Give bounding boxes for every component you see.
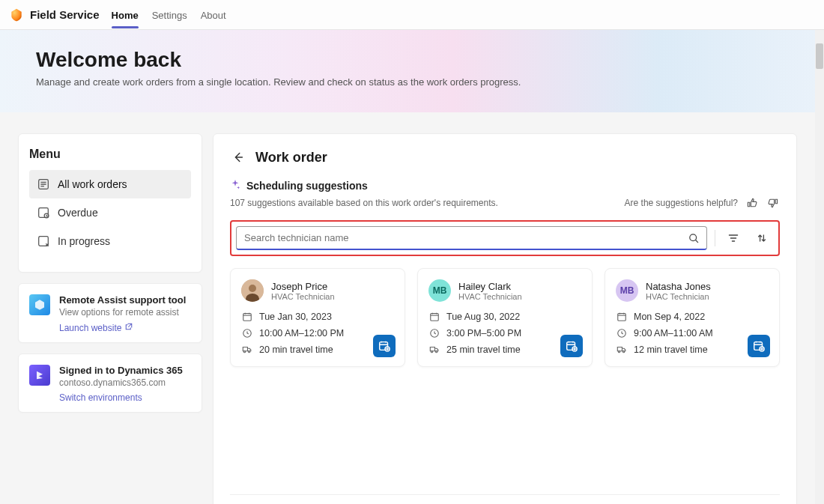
card-time: 9:00 AM–11:00 AM	[634, 328, 713, 338]
card-time: 10:00 AM–12:00 PM	[259, 328, 344, 338]
suggestion-cards: Joseph Price HVAC Technician Tue Jan 30,…	[230, 268, 780, 367]
footer-note: No luck? Go to schedule board for advanc…	[230, 494, 780, 504]
svg-point-6	[249, 285, 256, 292]
suggestion-card[interactable]: MB Natasha Jones HVAC Technician Mon Sep…	[605, 268, 780, 367]
tool-text: Signed in to Dynamics 365 contoso.dynami…	[59, 365, 183, 403]
tool-subtitle: contoso.dynamics365.com	[59, 377, 183, 388]
card-date: Mon Sep 4, 2022	[634, 312, 705, 322]
sparkle-icon	[230, 179, 240, 192]
clock-icon	[428, 327, 440, 339]
divider	[715, 230, 715, 246]
card-travel: 20 min travel time	[259, 344, 333, 355]
calendar-icon	[241, 311, 253, 323]
suggestions-header: Scheduling suggestions	[230, 179, 780, 192]
thumbs-down-button[interactable]	[766, 196, 780, 210]
sort-button[interactable]	[751, 228, 772, 249]
technician-role: HVAC Technician	[271, 292, 335, 301]
technician-name: Hailey Clark	[458, 281, 522, 292]
svg-point-11	[248, 350, 249, 352]
scrollbar-thumb[interactable]	[816, 43, 823, 69]
truck-icon	[241, 344, 253, 356]
menu-item-label: All work orders	[58, 178, 127, 190]
nav-tab-about[interactable]: About	[201, 2, 226, 28]
svg-point-23	[622, 350, 624, 352]
avatar	[241, 279, 264, 302]
search-row-highlight	[230, 220, 780, 256]
svg-rect-14	[431, 314, 439, 321]
search-input-wrap	[236, 226, 707, 250]
svg-rect-20	[618, 314, 626, 321]
suggestion-card[interactable]: MB Hailey Clark HVAC Technician Tue Aug …	[417, 268, 593, 367]
overdue-icon	[37, 206, 50, 219]
menu-item-label: Overdue	[58, 207, 98, 219]
assign-button[interactable]	[748, 335, 770, 357]
feedback-label: Are the suggestions helpful?	[625, 198, 738, 208]
dynamics-signin-card: Signed in to Dynamics 365 contoso.dynami…	[18, 353, 202, 413]
tool-title: Remote Assist support tool	[59, 294, 186, 306]
search-icon[interactable]	[685, 230, 702, 246]
svg-point-17	[435, 350, 437, 352]
menu-item-in-progress[interactable]: In progress	[29, 227, 191, 255]
nav-tab-label: Settings	[152, 10, 187, 21]
remote-assist-card: Remote Assist support tool View options …	[18, 283, 202, 343]
card-time: 3:00 PM–5:00 PM	[446, 328, 521, 338]
panel-header: Work order	[230, 149, 780, 166]
avatar-initials: MB	[433, 285, 447, 296]
tool-subtitle: View options for remote assist	[59, 307, 186, 318]
truck-icon	[428, 344, 440, 356]
filter-button[interactable]	[723, 228, 744, 249]
menu-item-overdue[interactable]: Overdue	[29, 198, 191, 227]
launch-website-link[interactable]: Launch website	[59, 322, 133, 333]
thumbs-up-button[interactable]	[745, 196, 759, 210]
card-travel: 25 min travel time	[446, 344, 521, 355]
list-icon	[37, 177, 50, 191]
card-travel: 12 min travel time	[634, 344, 708, 355]
feedback-row: Are the suggestions helpful?	[625, 196, 780, 210]
search-technician-input[interactable]	[244, 232, 685, 243]
nav-tab-settings[interactable]: Settings	[152, 2, 187, 28]
panel-title: Work order	[255, 150, 327, 166]
tool-link-label: Switch environments	[59, 392, 142, 403]
main-content: Menu All work orders Overdue	[0, 43, 815, 504]
work-order-panel: Work order Scheduling suggestions 107 su…	[213, 133, 797, 504]
svg-rect-8	[243, 314, 252, 321]
avatar: MB	[428, 279, 451, 302]
nav-tabs: Home Settings About	[112, 2, 226, 28]
assign-button[interactable]	[373, 335, 396, 357]
back-button[interactable]	[230, 149, 246, 166]
suggestion-card[interactable]: Joseph Price HVAC Technician Tue Jan 30,…	[230, 268, 405, 367]
card-date: Tue Aug 30, 2022	[446, 312, 520, 322]
left-column: Menu All work orders Overdue	[18, 133, 202, 504]
nav-tab-home[interactable]: Home	[112, 2, 139, 28]
menu-item-label: In progress	[58, 235, 110, 247]
technician-name: Joseph Price	[271, 281, 335, 292]
suggestions-title: Scheduling suggestions	[246, 180, 368, 192]
avatar-initials: MB	[620, 285, 634, 296]
remote-assist-icon	[29, 294, 50, 315]
svg-point-16	[431, 350, 432, 352]
progress-icon	[37, 234, 50, 248]
scrollbar-track[interactable]	[815, 30, 824, 504]
nav-tab-label: Home	[112, 10, 139, 21]
assign-button[interactable]	[560, 335, 583, 357]
switch-environments-link[interactable]: Switch environments	[59, 392, 142, 403]
brand-name: Field Service	[30, 8, 100, 21]
technician-name: Natasha Jones	[646, 281, 711, 292]
clock-icon	[616, 327, 628, 339]
truck-icon	[616, 344, 628, 356]
tool-text: Remote Assist support tool View options …	[59, 294, 186, 333]
svg-point-4	[690, 234, 697, 240]
brand: Field Service	[9, 7, 100, 22]
nav-tab-label: About	[201, 10, 226, 21]
avatar: MB	[616, 279, 638, 302]
technician-role: HVAC Technician	[646, 292, 711, 301]
svg-point-22	[618, 350, 619, 352]
external-link-icon	[124, 322, 133, 333]
menu-item-all-work-orders[interactable]: All work orders	[29, 170, 191, 198]
menu-card: Menu All work orders Overdue	[18, 133, 202, 273]
technician-role: HVAC Technician	[458, 292, 522, 301]
brand-logo-icon	[9, 7, 24, 22]
suggestions-subtitle: 107 suggestions available based on this …	[230, 198, 498, 208]
top-bar: Field Service Home Settings About	[0, 0, 824, 30]
calendar-icon	[616, 311, 628, 323]
